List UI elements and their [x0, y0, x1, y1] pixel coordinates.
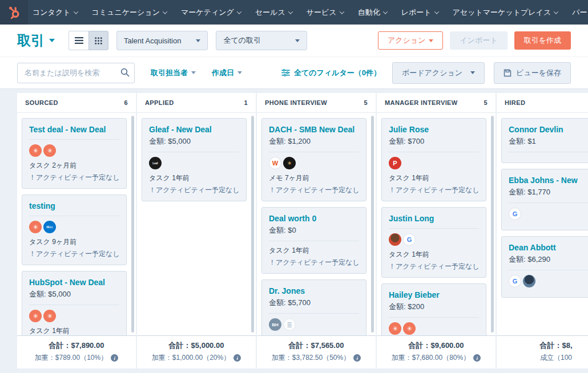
search-icon[interactable] — [120, 68, 130, 79]
import-button[interactable]: インポート — [450, 31, 507, 50]
nav-item-label: アセットマーケットプレイス — [453, 7, 551, 18]
column-scrollbar[interactable] — [251, 116, 254, 333]
deal-title-link[interactable]: Gleaf - New Deal — [149, 125, 239, 134]
deal-amount: 金額: $1,770 — [509, 187, 588, 197]
column-total: 合計：$8, — [500, 340, 588, 351]
nav-item-2[interactable]: マーケティング — [181, 7, 241, 18]
hubspot-sprocket-icon — [7, 5, 22, 20]
list-view-button[interactable] — [69, 31, 88, 50]
deal-card[interactable]: Dr. Jones金額: $5,700BH≣タスク 1年前！アクティビティー予定… — [261, 279, 367, 335]
nav-item-1[interactable]: コミュニケーション — [92, 7, 167, 18]
board-actions-button[interactable]: ボードアクション — [392, 62, 485, 84]
nav-item-8[interactable]: パートナー — [572, 7, 588, 18]
deal-card[interactable]: Gleaf - New Deal金額: $5,000Leafタスク 1年前！アク… — [142, 118, 247, 201]
card-divider — [29, 139, 119, 140]
deal-title-link[interactable]: Dr. Jones — [269, 286, 359, 295]
hubspot-logo[interactable] — [0, 0, 28, 25]
w-mark-avatar-icon: W — [269, 157, 281, 169]
save-icon — [504, 69, 512, 77]
caret-down-icon — [470, 71, 475, 74]
deal-card[interactable]: Test deal - New Deal✳✳タスク 2ヶ月前！アクティビティー予… — [22, 118, 127, 189]
actions-button[interactable]: アクション — [378, 31, 444, 50]
save-view-button[interactable]: ビューを保存 — [494, 62, 571, 84]
nav-item-0[interactable]: コンタクト — [33, 7, 78, 18]
deal-title-link[interactable]: DACH - SMB New Deal — [269, 125, 359, 134]
chevron-down-icon — [163, 9, 167, 14]
card-divider — [509, 270, 588, 270]
board-view-button[interactable] — [88, 31, 108, 50]
column-scrollbar[interactable] — [131, 116, 134, 333]
all-filters-link[interactable]: 全てのフィルター（0件） — [281, 68, 381, 78]
avatar-group: G — [509, 208, 588, 220]
caret-down-icon — [429, 39, 433, 42]
chevron-down-icon — [288, 9, 292, 14]
column-count: 5 — [484, 99, 488, 106]
deal-title-link[interactable]: Justin Long — [389, 214, 479, 223]
deal-title-link[interactable]: Ebba Johns - New — [509, 176, 588, 185]
deal-amount: 金額: $700 — [389, 136, 479, 147]
page-title[interactable]: 取引 — [17, 31, 55, 50]
nav-item-label: コンタクト — [33, 7, 71, 18]
deal-title-link[interactable]: Deal worth 0 — [269, 214, 359, 223]
column-total: 合計：$7,890.00 — [21, 340, 132, 351]
create-date-filter[interactable]: 作成日 — [212, 68, 242, 78]
card-divider — [509, 202, 588, 203]
deal-title-link[interactable]: testing — [29, 201, 119, 210]
column-weighted: 成立（100 — [500, 353, 588, 363]
column-count: 5 — [364, 99, 368, 106]
deal-last-activity: タスク 1年前 — [389, 250, 479, 260]
list-icon — [75, 37, 83, 44]
nav-item-7[interactable]: アセットマーケットプレイス — [453, 7, 558, 18]
deal-view-select[interactable]: 全ての取引 — [216, 31, 307, 50]
column-weighted-label: 加重：$1,000.00（20%） — [152, 353, 230, 363]
nav-item-5[interactable]: 自動化 — [358, 7, 387, 18]
create-deal-button[interactable]: 取引を作成 — [514, 31, 571, 50]
info-icon[interactable]: i — [111, 354, 118, 362]
deal-title-link[interactable]: Julie Rose — [389, 125, 479, 134]
nav-item-3[interactable]: セールス — [255, 7, 292, 18]
nav-item-4[interactable]: サービス — [307, 7, 344, 18]
deal-title-link[interactable]: Hailey Bieber — [389, 290, 479, 299]
bh-avatar-icon: BH — [269, 318, 281, 331]
deal-title-link[interactable]: HubSpot - New Deal — [29, 278, 119, 287]
column-name: HIRED — [505, 99, 525, 106]
deal-card[interactable]: Deal worth 0金額: $0タスク 1年前！アクティビティー予定なし — [261, 207, 367, 274]
nav-item-6[interactable]: レポート — [401, 7, 438, 18]
search-input[interactable] — [17, 63, 135, 83]
hubspot-avatar-icon: ✳ — [43, 144, 56, 157]
deal-card[interactable]: Ebba Johns - New金額: $1,770G — [501, 169, 588, 230]
create-deal-button-label: 取引を作成 — [524, 35, 561, 46]
deal-card[interactable]: DACH - SMB New Deal金額: $1,200W✶メモ 7ヶ月前！ア… — [261, 118, 367, 201]
person-dark-avatar-icon — [523, 275, 535, 287]
column-cards: Connor Devlin金額: $1Ebba Johns - New金額: $… — [497, 113, 588, 335]
deal-card[interactable]: testing✳DELLタスク 9ヶ月前！アクティビティー予定なし — [22, 194, 127, 265]
info-icon[interactable]: i — [233, 354, 241, 362]
deal-card[interactable]: Dean Abbott金額: $6,290G — [501, 236, 588, 298]
kanban-column: MANAGER INTERVIEW5Julie Rose金額: $700Pタスク… — [377, 93, 496, 368]
column-weighted-label: 加重：$3,782.50（50%） — [272, 353, 350, 363]
info-icon[interactable]: i — [473, 354, 481, 362]
deal-card[interactable]: Connor Devlin金額: $1 — [501, 118, 588, 163]
deal-amount: 金額: $1,200 — [269, 136, 359, 147]
deal-owner-filter[interactable]: 取引担当者 — [151, 68, 196, 78]
deal-title-link[interactable]: Test deal - New Deal — [29, 125, 119, 134]
column-footer: 合計：$7,565.00加重：$3,782.50（50%）i — [257, 335, 376, 368]
top-navigation: コンタクトコミュニケーションマーケティングセールスサービス自動化レポートアセット… — [0, 0, 588, 25]
column-header: HIRED — [497, 93, 588, 113]
column-weighted: 加重：$7,680.00（80%）i — [380, 353, 492, 363]
column-scrollbar[interactable] — [491, 116, 494, 333]
deal-card[interactable]: Justin LongGタスク 1年前！アクティビティー予定なし — [381, 207, 486, 278]
deal-title-link[interactable]: Dean Abbott — [509, 243, 588, 252]
deal-title-link[interactable]: Connor Devlin — [509, 125, 588, 134]
deal-card[interactable]: Julie Rose金額: $700Pタスク 1年前！アクティビティー予定なし — [381, 118, 486, 201]
person-red-avatar-icon — [389, 233, 401, 246]
deal-card[interactable]: HubSpot - New Deal金額: $5,000✳✳タスク 1年前！アク… — [22, 271, 127, 335]
column-weighted: 加重：$789.00（10%）i — [21, 353, 132, 363]
info-icon[interactable]: i — [353, 354, 361, 362]
column-total: 合計：$9,600.00 — [380, 340, 492, 351]
pipeline-select[interactable]: Talent Acquisition — [116, 31, 208, 50]
deal-card[interactable]: Hailey Bieber金額: $200✳✳コール 2日前！アクティビティー予… — [381, 283, 486, 335]
deal-amount: 金額: $5,000 — [29, 289, 119, 299]
column-scrollbar[interactable] — [371, 116, 374, 333]
nav-item-label: 自動化 — [358, 7, 380, 18]
